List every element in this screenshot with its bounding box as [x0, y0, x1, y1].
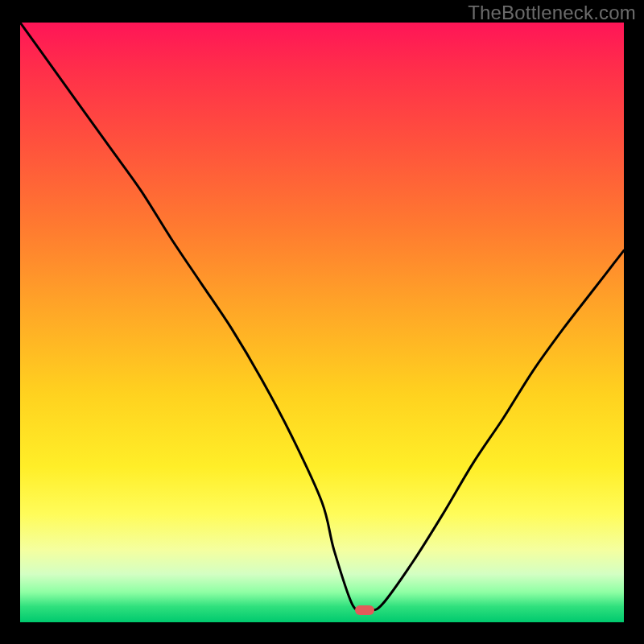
chart-frame: TheBottleneck.com [0, 0, 644, 644]
watermark-label: TheBottleneck.com [468, 2, 636, 24]
plot-area [20, 23, 624, 622]
optimum-marker [355, 605, 374, 615]
bottleneck-curve [20, 23, 624, 622]
